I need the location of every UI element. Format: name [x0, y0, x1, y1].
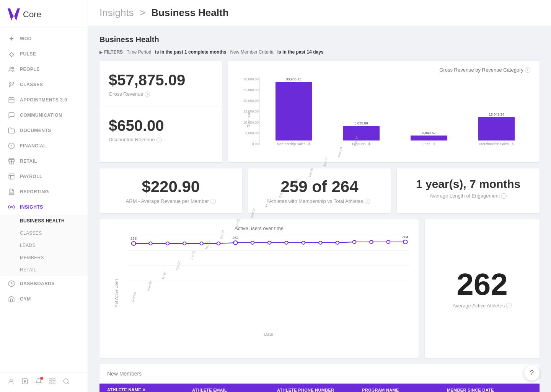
active-athletes-value: 262 [456, 269, 507, 300]
bar-dropins-value: 8,035.00 [355, 121, 368, 125]
sidebar-label-wod: WOD [20, 36, 32, 41]
sidebar-label-classes: CLASSES [20, 82, 43, 87]
bar-membership-rect [276, 82, 312, 140]
discounted-revenue-card: $650.00 Discounted Revenue i [99, 106, 222, 152]
bar-chart-info-icon[interactable]: i [525, 67, 530, 73]
sub-nav-members[interactable]: MEMBERS [0, 252, 88, 264]
bar-food-rect [411, 136, 447, 140]
sidebar-item-financial[interactable]: FINANCIAL [0, 138, 88, 154]
svg-line-30 [67, 382, 68, 384]
svg-point-2 [10, 83, 11, 85]
gross-revenue-info-icon[interactable]: i [145, 91, 150, 97]
sidebar-item-wod[interactable]: ✦ WOD [0, 31, 88, 46]
line-chart-title: Active users over time [109, 225, 409, 231]
sidebar-label-communication: COMMUNICATION [20, 113, 62, 118]
arm-card: $220.90 ARM - Average Revenue per Member… [99, 168, 242, 213]
sidebar-item-appointments[interactable]: APPOINTMENTS 3.0 [0, 92, 88, 108]
active-athletes-info-icon[interactable]: i [506, 303, 512, 308]
notification-icon[interactable] [35, 378, 42, 387]
active-athletes-label: Average Active Athletes i [453, 303, 512, 309]
payroll-icon [8, 173, 15, 180]
x-label-mon15: Mon 15 [234, 219, 240, 230]
sub-nav-business-health[interactable]: BUSINESS HEALTH [0, 215, 88, 227]
y-label-5000: 5,000.00 [239, 131, 259, 135]
sidebar-item-classes[interactable]: CLASSES [0, 77, 88, 92]
logo-area: Core [0, 0, 88, 28]
main: Insights > Business Health Business Heal… [88, 0, 551, 392]
col-program-name[interactable]: Program Name [362, 387, 447, 392]
sub-nav-classes[interactable]: CLASSES [0, 227, 88, 239]
filters-toggle[interactable]: ▶ FILTERS [99, 49, 123, 55]
engagement-info-icon[interactable]: i [501, 193, 507, 199]
svg-rect-27 [50, 382, 52, 384]
sidebar-item-retail[interactable]: RETAIL [0, 154, 88, 169]
help-button[interactable]: ? [524, 365, 540, 381]
notes-icon[interactable] [21, 378, 28, 387]
filter-arrow-icon: ▶ [99, 50, 103, 54]
sidebar-item-people[interactable]: PEOPLE [0, 62, 88, 77]
discounted-revenue-info-icon[interactable]: i [156, 137, 162, 142]
svg-point-29 [64, 379, 68, 383]
svg-rect-28 [53, 382, 55, 384]
sidebar-label-dashboards: DASHBOARDS [20, 281, 55, 286]
sidebar-item-insights[interactable]: INSIGHTS [0, 199, 88, 215]
breadcrumb-insights[interactable]: Insights [99, 7, 134, 18]
svg-point-50 [336, 241, 339, 244]
bar-chart-title: Gross Revenue by Revenue Category i [237, 67, 530, 73]
sub-nav-retail[interactable]: RETAIL [0, 264, 88, 276]
arm-value: $220.90 [109, 178, 233, 196]
bar-membership-value: 33,956.23 [286, 77, 301, 81]
svg-point-53 [386, 240, 390, 243]
bar-membership: 33,956.23 Membership Sales - $ [267, 77, 320, 146]
documents-icon [8, 127, 15, 134]
top-header: Insights > Business Health [88, 0, 551, 26]
arm-label: ARM - Average Revenue per Member i [109, 198, 233, 204]
reporting-icon [8, 188, 15, 196]
gross-revenue-label: Gross Revenue i [109, 91, 213, 97]
logo-icon [8, 8, 20, 21]
svg-point-54 [403, 240, 408, 244]
grid-icon[interactable] [49, 378, 56, 387]
new-members-table: New Members ⋮ Athlete Name ∨ Athlete Ema… [99, 364, 540, 392]
people-icon [8, 65, 15, 73]
athletes-info-icon[interactable]: i [365, 199, 370, 204]
svg-point-49 [319, 241, 322, 244]
sidebar-label-pulse: PULSE [20, 51, 36, 57]
search-icon[interactable] [63, 378, 70, 387]
pulse-icon: ◇ [8, 50, 15, 58]
sidebar-bottom [0, 372, 88, 392]
sidebar-label-insights: INSIGHTS [20, 204, 43, 210]
sidebar-item-pulse[interactable]: ◇ PULSE [0, 46, 88, 62]
col-athlete-email[interactable]: Athlete Email [192, 387, 277, 392]
svg-point-51 [353, 240, 356, 243]
sidebar-item-communication[interactable]: COMMUNICATION [0, 108, 88, 123]
svg-point-48 [302, 241, 305, 244]
financial-icon [8, 142, 15, 150]
bar-dropins-rect [343, 126, 380, 140]
filters-bar: ▶ FILTERS Time Period is in the past 1 c… [99, 49, 540, 55]
col-member-since[interactable]: Member Since Date [447, 387, 532, 392]
user-icon[interactable] [8, 378, 15, 387]
annotation-264: 264 [402, 235, 408, 239]
arm-info-icon[interactable]: i [210, 199, 216, 204]
sidebar-item-reporting[interactable]: REPORTING [0, 184, 88, 199]
sidebar-item-gym[interactable]: GYM [0, 291, 88, 307]
svg-point-40 [166, 242, 170, 245]
sidebar-item-documents[interactable]: DOCUMENTS [0, 123, 88, 138]
svg-point-3 [13, 82, 14, 83]
sidebar-item-dashboards[interactable]: DASHBOARDS [0, 276, 88, 291]
sidebar-label-gym: GYM [20, 296, 31, 302]
svg-point-39 [149, 242, 152, 245]
col-athlete-phone[interactable]: Athlete Phone Number [277, 387, 362, 392]
sidebar-item-payroll[interactable]: PAYROLL [0, 169, 88, 184]
dashboards-icon [8, 280, 15, 287]
svg-point-38 [132, 242, 136, 245]
annotation-258: 258 [130, 237, 137, 240]
filter-member-label: New Member Criteria [230, 49, 273, 55]
sub-nav-leads[interactable]: LEADS [0, 239, 88, 252]
bar-food: 2,840.52 Food - $ [403, 77, 455, 146]
svg-rect-4 [9, 98, 14, 103]
col-athlete-name[interactable]: Athlete Name ∨ [107, 387, 192, 392]
svg-rect-26 [53, 379, 55, 381]
sidebar-label-financial: FINANCIAL [20, 143, 46, 149]
